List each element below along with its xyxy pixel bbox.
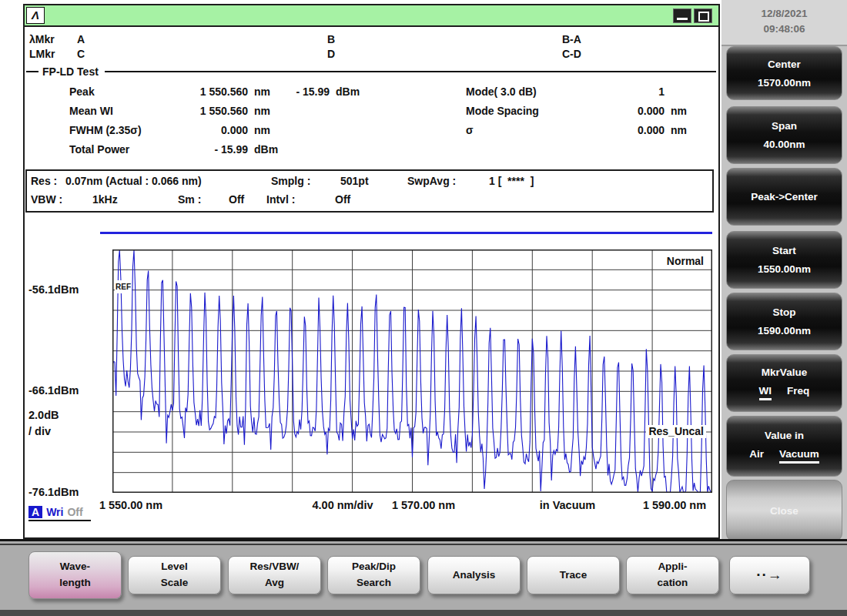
softkey-close[interactable]: Close: [726, 480, 842, 541]
window-titlebar: Λ: [25, 5, 718, 27]
sweep-value: Off: [229, 193, 244, 206]
menu-application-label: Appli-: [627, 559, 718, 575]
sweep-value: 501pt: [340, 175, 369, 187]
menu-more-label: ··→: [730, 564, 809, 586]
meas-unit: dBm: [254, 143, 278, 156]
meas-value: 0.000: [556, 124, 665, 136]
meas-unit: nm: [671, 105, 687, 117]
menu-wavelength-button[interactable]: Wave-length: [28, 551, 122, 599]
ref-level-label: REF: [115, 280, 132, 293]
menu-level-scale-button[interactable]: LevelScale: [128, 556, 221, 594]
meas-label: Peak: [69, 85, 95, 98]
marker-label-row1: LMkr: [29, 48, 55, 60]
softkey-start[interactable]: Start1550.00nm: [726, 231, 842, 289]
x-axis-tick-label: 1 570.00 nm: [392, 499, 455, 511]
trace-write-mode: Wri: [46, 506, 63, 518]
softkey-stop-line: Stop: [727, 306, 842, 318]
sweep-label: Smplg :: [271, 175, 310, 187]
time-text: 09:48:06: [721, 22, 847, 37]
softkey-center[interactable]: Center1570.00nm: [726, 46, 842, 100]
meas-label: Mean WI: [69, 105, 113, 117]
softkey-peak-to-center-line: Peak->Center: [727, 191, 842, 203]
softkey-span-line: Span: [727, 120, 842, 132]
x-axis-tick-label: 1 550.00 nm: [99, 499, 162, 511]
softkey-peak-to-center[interactable]: Peak->Center: [726, 168, 842, 226]
softkey-value-in-option-air[interactable]: Air: [749, 448, 764, 464]
softkey-close-line: Close: [727, 505, 842, 517]
active-trace-badge: A: [28, 506, 42, 518]
date-text: 12/8/2021: [721, 6, 847, 22]
spectrum-chart: Normal Res_Uncal REF: [112, 249, 712, 493]
x-axis-tick-label: 4.00 nm/div: [313, 499, 373, 511]
sweep-value: Off: [335, 193, 350, 206]
softkey-mkr-value-option-wi[interactable]: WI: [759, 385, 772, 400]
meas-value: - 15.99: [140, 143, 248, 156]
softkey-sidebar: 12/8/2021 09:48:06 Center1570.00nmSpan40…: [721, 0, 847, 548]
y-axis-tick-label: -76.1dBm: [28, 486, 79, 498]
trace-mode-label: Normal: [665, 255, 706, 268]
marker-c2-row1: D: [327, 48, 335, 60]
softkey-start-line: Start: [727, 245, 842, 256]
menu-res-vbw-avg-button[interactable]: Res/VBW/Avg: [228, 556, 321, 594]
marker-c1-row0: A: [77, 33, 85, 45]
meas-value: 1 550.560: [140, 105, 248, 117]
softkey-center-line: Center: [727, 59, 842, 70]
softkey-start-line: 1550.00nm: [727, 263, 842, 275]
softkey-value-in[interactable]: Value inAirVacuum: [726, 416, 842, 477]
x-axis-tick-label: in Vacuum: [540, 499, 596, 511]
menubar-bottom-strip: [0, 610, 847, 616]
menu-application-label: cation: [627, 575, 718, 591]
meas-unit: nm: [254, 124, 270, 136]
analysis-section-divider: FP-LD Test: [26, 65, 716, 78]
menu-analysis-button[interactable]: Analysis: [427, 556, 521, 594]
app-icon: Λ: [26, 7, 45, 24]
sweep-value: 1kHz: [92, 193, 118, 206]
maximize-icon[interactable]: [694, 8, 712, 23]
softkey-mkr-value[interactable]: MkrValueWIFreq: [726, 354, 842, 412]
menu-trace-button[interactable]: Trace: [527, 556, 620, 594]
x-axis-tick-label: 1 590.00 nm: [643, 499, 706, 511]
meas-unit: nm: [254, 105, 270, 117]
marker-c2-row0: B: [327, 33, 335, 45]
menu-more-arrow-icon[interactable]: ··→: [729, 556, 810, 594]
marker-c1-row1: C: [77, 48, 85, 60]
menu-wavelength-label: Wave-: [29, 559, 121, 575]
marker-label-row0: λMkr: [29, 33, 55, 45]
menu-application-button[interactable]: Appli-cation: [626, 556, 719, 594]
meas-unit2: dBm: [336, 85, 360, 98]
menu-analysis-label: Analysis: [428, 567, 520, 584]
meas-value: 0.000: [556, 105, 665, 117]
sweep-label: Sm :: [178, 193, 201, 206]
softkey-mkr-value-option-freq[interactable]: Freq: [787, 385, 809, 400]
sweep-label: Res :: [31, 175, 57, 187]
trace-sub-mode: Off: [67, 506, 82, 518]
minimize-icon[interactable]: [673, 8, 691, 23]
softkey-value-in-option-vacuum[interactable]: Vacuum: [779, 448, 819, 464]
softkey-value-in-line: Value in: [727, 430, 842, 441]
y-axis-tick-label: -56.1dBm: [28, 283, 79, 296]
spectrum-plot: [112, 249, 712, 493]
menu-peak-dip-search-button[interactable]: Peak/DipSearch: [327, 556, 420, 594]
sweep-value: 0.07nm (Actual : 0.066 nm): [65, 175, 202, 187]
softkey-span[interactable]: Span40.00nm: [726, 106, 842, 164]
y-axis-tick-label: -66.1dBm: [28, 384, 79, 397]
sweep-label: VBW :: [31, 193, 62, 206]
menu-peak-dip-search-label: Peak/Dip: [328, 559, 420, 575]
menu-trace-label: Trace: [527, 567, 619, 584]
sweep-value: 1 [ **** ]: [489, 175, 534, 187]
menubar-top-line: [0, 539, 847, 541]
res-uncal-label: Res_Uncal: [646, 425, 706, 438]
menu-peak-dip-search-label: Search: [328, 575, 420, 591]
softkey-stop[interactable]: Stop1590.00nm: [726, 293, 842, 350]
meas-label: Total Power: [69, 143, 129, 156]
softkey-center-line: 1570.00nm: [727, 77, 842, 89]
sweep-conditions-box: Res :0.07nm (Actual : 0.066 nm)Smplg :50…: [25, 169, 714, 213]
marker-c3-row1: C-D: [562, 48, 581, 60]
meas-label: Mode Spacing: [466, 105, 539, 117]
menu-res-vbw-avg-label: Res/VBW/: [229, 559, 320, 575]
softkey-span-line: 40.00nm: [727, 139, 842, 150]
meas-label: σ: [466, 124, 474, 136]
sweep-label: Intvl :: [266, 193, 295, 206]
datetime-display: 12/8/2021 09:48:06: [721, 0, 847, 46]
softkey-mkr-value-toggle: WIFreq: [727, 385, 842, 400]
